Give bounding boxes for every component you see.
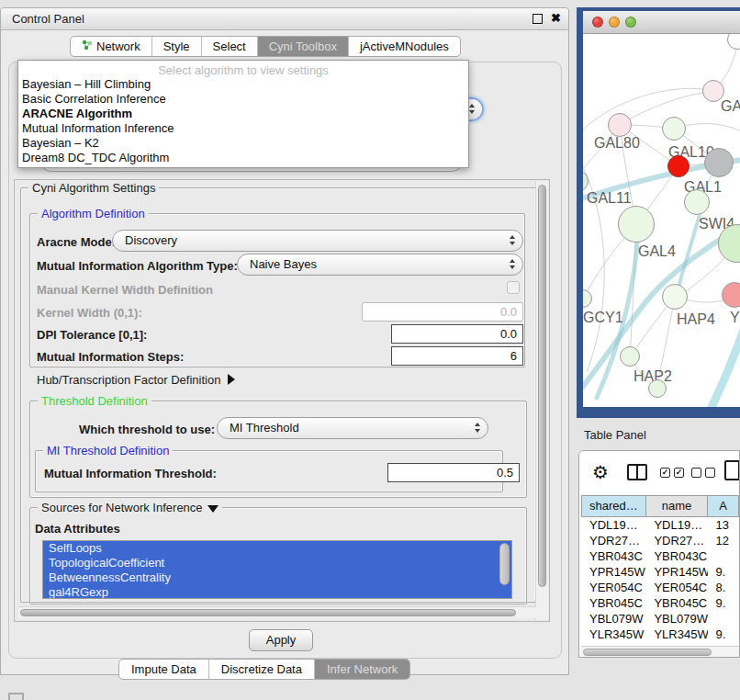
table-cell[interactable]: 8.: [708, 580, 739, 595]
data-attributes-label: Data Attributes: [35, 522, 120, 536]
tab-network[interactable]: Network: [71, 37, 151, 56]
network-node[interactable]: [648, 379, 667, 398]
table-cell[interactable]: 9.: [708, 627, 739, 642]
algorithm-option-mutual-information-inference[interactable]: Mutual Information Inference: [18, 121, 468, 136]
table-cell[interactable]: YER054C: [581, 580, 645, 595]
tab-impute-data[interactable]: Impute Data: [119, 660, 208, 679]
hub-definition-toggle[interactable]: Hub/Transcription Factor Definition: [37, 373, 235, 387]
algorithm-option-bayesian-k2[interactable]: Bayesian – K2: [18, 136, 468, 151]
algorithm-option-aracne-algorithm[interactable]: ARACNE Algorithm: [18, 107, 468, 121]
list-scrollbar-thumb[interactable]: [499, 543, 510, 585]
network-node-y[interactable]: [722, 282, 740, 308]
table-cell[interactable]: 9.: [708, 564, 739, 580]
tab-style[interactable]: Style: [151, 37, 201, 56]
network-node-gal4[interactable]: [618, 206, 655, 243]
gear-icon[interactable]: ⚙: [592, 462, 609, 482]
table-row[interactable]: YLR345WYLR345W9.: [581, 627, 739, 642]
table-cell[interactable]: YBR043C: [645, 548, 707, 564]
cut-panel-icon[interactable]: [8, 693, 24, 700]
table-cell[interactable]: 12: [708, 533, 739, 548]
attribute-item-topologicalcoefficient[interactable]: TopologicalCoefficient: [43, 556, 511, 570]
close-icon[interactable]: ✖: [551, 11, 561, 25]
float-window-icon[interactable]: [533, 14, 543, 24]
network-node-gal1[interactable]: [667, 155, 690, 177]
network-node-hap4[interactable]: [662, 284, 688, 310]
table-cell[interactable]: [708, 611, 739, 627]
table-cell[interactable]: YDL19…: [645, 517, 707, 533]
table-cell[interactable]: YPR145W: [581, 564, 645, 580]
split-columns-icon[interactable]: [627, 464, 647, 480]
column-header-shared[interactable]: shared…: [581, 495, 646, 517]
network-node-hap2[interactable]: [620, 346, 640, 367]
table-row[interactable]: YBL079WYBL079W: [581, 611, 739, 627]
table-cell[interactable]: YPR145W: [645, 564, 707, 580]
apply-button[interactable]: Apply: [249, 629, 313, 651]
column-header-name[interactable]: name: [646, 495, 708, 517]
tab-discretize-data[interactable]: Discretize Data: [208, 660, 314, 679]
table-cell[interactable]: YBR045C: [581, 595, 645, 611]
network-canvas[interactable]: GALGAL80GAL10GAL1GAL11SWI4GAL4GCY1HAP4YH…: [583, 34, 740, 407]
network-view-titlebar[interactable]: [583, 11, 740, 34]
settings-vertical-scrollbar[interactable]: [535, 181, 548, 620]
manual-kernel-checkbox[interactable]: [507, 281, 520, 294]
scrollbar-thumb[interactable]: [583, 649, 712, 656]
table-cell[interactable]: YDR27…: [581, 533, 645, 548]
table-cell[interactable]: 13: [708, 517, 739, 533]
column-header-a[interactable]: A: [708, 495, 739, 517]
attribute-item-betweennesscentrality[interactable]: BetweennessCentrality: [43, 570, 511, 585]
tab-jactivemnodules[interactable]: jActiveMNodules: [348, 37, 460, 56]
table-cell[interactable]: YDR27…: [645, 533, 707, 548]
dpi-tolerance-field[interactable]: 0.0: [391, 324, 523, 344]
table-cell[interactable]: YBR045C: [645, 595, 707, 611]
mi-threshold-field[interactable]: 0.5: [387, 463, 520, 482]
scrollbar-thumb[interactable]: [20, 609, 516, 616]
network-node[interactable]: [704, 148, 734, 177]
network-node-swi4[interactable]: [684, 189, 710, 215]
table-row[interactable]: YDR27…YDR27…12: [581, 533, 739, 548]
tab-infer-network[interactable]: Infer Network: [314, 660, 409, 679]
table-row[interactable]: YDL19…YDL19…13: [581, 517, 739, 533]
which-threshold-select[interactable]: MI Threshold: [217, 417, 488, 439]
zoom-traffic-light-icon[interactable]: [625, 17, 636, 28]
scrollbar-thumb[interactable]: [538, 185, 546, 587]
tab-select[interactable]: Select: [201, 37, 257, 56]
tab-label: Style: [163, 37, 190, 56]
table-cell[interactable]: YDL19…: [581, 517, 645, 533]
settings-horizontal-scrollbar[interactable]: [18, 606, 536, 618]
control-panel-titlebar[interactable]: Control Panel ✖: [1, 8, 568, 30]
attribute-item-gal4rgexp[interactable]: gal4RGexp: [43, 585, 511, 599]
table-cell[interactable]: YER054C: [645, 580, 707, 595]
table-horizontal-scrollbar[interactable]: [581, 646, 739, 658]
table-cell[interactable]: YLR345W: [581, 627, 645, 642]
kernel-width-field[interactable]: 0.0: [362, 302, 523, 322]
algorithm-option-basic-correlation-inference[interactable]: Basic Correlation Inference: [18, 92, 468, 107]
table-cell[interactable]: 9.: [708, 595, 739, 611]
algorithm-option-bayesian-hill-climbing[interactable]: Bayesian – Hill Climbing: [18, 77, 468, 92]
network-view-window[interactable]: GALGAL80GAL10GAL1GAL11SWI4GAL4GCY1HAP4YH…: [577, 7, 740, 418]
close-traffic-light-icon[interactable]: [592, 17, 603, 28]
table-row[interactable]: YBR045CYBR045C9.: [581, 595, 739, 611]
table-cell[interactable]: YBL079W: [581, 611, 645, 627]
table-row[interactable]: YER054CYER054C8.: [581, 580, 739, 595]
mi-steps-field[interactable]: 6: [391, 346, 523, 366]
algorithm-dropdown-prompt: Select algorithm to view settings: [18, 63, 468, 77]
document-icon[interactable]: [724, 460, 740, 480]
aracne-mode-select[interactable]: Discovery: [112, 230, 523, 252]
minimize-traffic-light-icon[interactable]: [609, 17, 620, 28]
network-node-gal10[interactable]: [662, 117, 686, 141]
table-cell[interactable]: YBL079W: [645, 611, 707, 627]
network-node-gal80[interactable]: [608, 113, 632, 137]
checked-pair-icon[interactable]: ✓✓: [660, 468, 684, 478]
algorithm-option-dream8-dc-tdc-algorithm[interactable]: Dream8 DC_TDC Algorithm: [18, 151, 468, 165]
table-cell[interactable]: [708, 548, 739, 564]
control-panel-window: Control Panel ✖ NetworkStyleSelectCyni T…: [0, 7, 569, 675]
sources-toggle[interactable]: Sources for Network Inference: [38, 501, 222, 514]
mi-type-select[interactable]: Naive Bayes: [237, 254, 523, 276]
attribute-item-selfloops[interactable]: SelfLoops: [43, 541, 511, 556]
table-row[interactable]: YPR145WYPR145W9.: [581, 564, 739, 580]
table-cell[interactable]: YLR345W: [645, 627, 707, 642]
table-row[interactable]: YBR043CYBR043C: [581, 548, 739, 564]
unchecked-pair-icon[interactable]: [691, 468, 715, 478]
table-cell[interactable]: YBR043C: [581, 548, 645, 564]
tab-cyni-toolbox[interactable]: Cyni Toolbox: [257, 37, 348, 56]
